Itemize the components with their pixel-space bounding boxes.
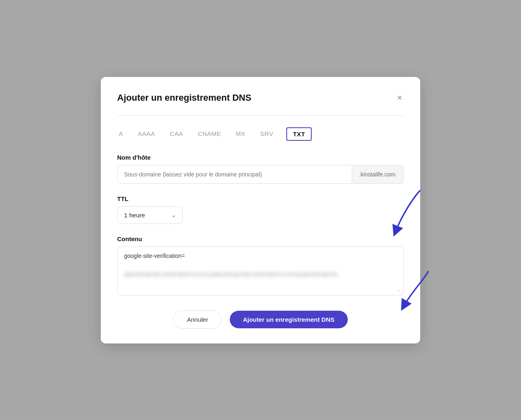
content-label: Contenu: [117, 235, 404, 242]
modal-footer: Annuler Ajouter un enregistrement DNS: [117, 310, 404, 329]
modal-dialog: Ajouter un enregistrement DNS × A AAAA C…: [101, 77, 420, 343]
content-normal-text: google-site-verification=: [124, 253, 185, 259]
modal-title: Ajouter un enregistrement DNS: [117, 93, 251, 103]
header-divider: [117, 115, 404, 116]
dns-type-tabs: A AAAA CAA CNAME MX SRV TXT: [117, 127, 404, 141]
hostname-input-row: .kinstalife.com.: [117, 165, 404, 184]
ttl-select-wrapper: 1 heure 5 minutes 30 minutes 2 heures 12…: [117, 206, 183, 224]
content-blurred-text: aBcDeFgHiJkLmNoPqRsTuVwXyZaBcDeFgHiJkLmN…: [124, 271, 337, 278]
hostname-field: Nom d'hôte .kinstalife.com.: [117, 154, 404, 184]
cancel-button[interactable]: Annuler: [173, 310, 222, 329]
hostname-input[interactable]: [118, 165, 352, 183]
ttl-label: TTL: [117, 195, 404, 202]
content-display[interactable]: google-site-verification=aBcDeFgHiJkLmNo…: [117, 246, 404, 296]
tab-SRV[interactable]: SRV: [258, 128, 275, 140]
tab-CAA[interactable]: CAA: [168, 128, 185, 140]
modal-overlay: Ajouter un enregistrement DNS × A AAAA C…: [0, 0, 521, 420]
modal-header: Ajouter un enregistrement DNS ×: [117, 92, 404, 104]
tab-A[interactable]: A: [117, 128, 125, 140]
resize-handle-icon[interactable]: ⤡: [397, 289, 402, 294]
submit-button[interactable]: Ajouter un enregistrement DNS: [230, 311, 347, 328]
ttl-select[interactable]: 1 heure 5 minutes 30 minutes 2 heures 12…: [117, 206, 183, 224]
content-wrapper: Contenu google-site-verification=aBcDeFg…: [117, 235, 404, 296]
close-button[interactable]: ×: [395, 92, 404, 104]
tab-CNAME[interactable]: CNAME: [196, 128, 223, 140]
tab-TXT[interactable]: TXT: [286, 127, 312, 141]
hostname-label: Nom d'hôte: [117, 154, 404, 161]
tab-MX[interactable]: MX: [234, 128, 247, 140]
tab-AAAA[interactable]: AAAA: [136, 128, 157, 140]
hostname-suffix: .kinstalife.com.: [352, 165, 403, 183]
ttl-field: TTL 1 heure 5 minutes 30 minutes 2 heure…: [117, 195, 404, 235]
